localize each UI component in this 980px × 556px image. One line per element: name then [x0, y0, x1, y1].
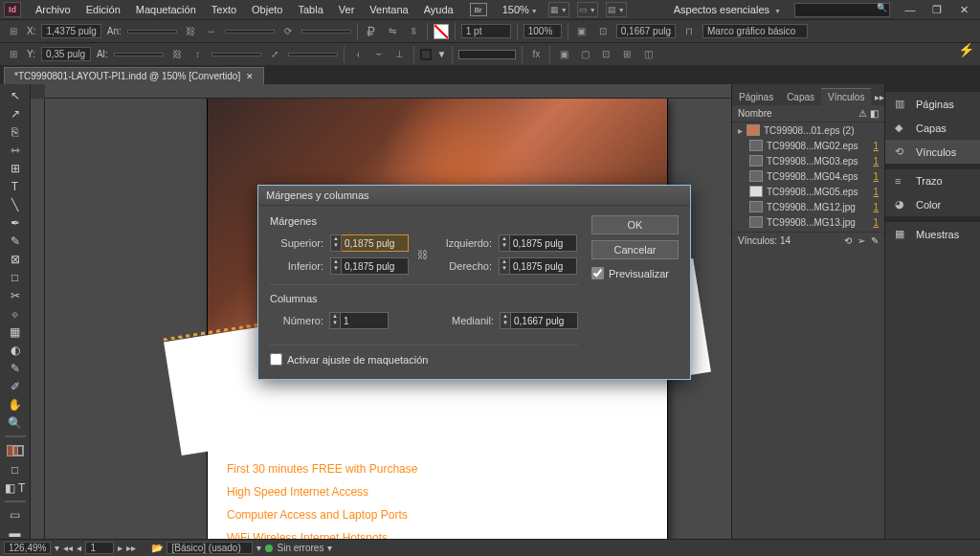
- relink-icon[interactable]: ⟲: [844, 235, 852, 246]
- restore-icon[interactable]: ❐: [924, 1, 949, 18]
- ruler-horizontal[interactable]: [45, 84, 731, 99]
- panel-tab-vinculos[interactable]: Vínculos: [821, 88, 871, 105]
- gap-tool[interactable]: ⇿: [4, 143, 27, 158]
- link-row[interactable]: ▸TC99908...01.eps (2): [732, 122, 884, 138]
- menu-ventana[interactable]: Ventana: [363, 2, 414, 17]
- link-row[interactable]: TC99908...MG04.eps1: [732, 168, 884, 184]
- status-page[interactable]: 1: [85, 542, 114, 554]
- stroke-swatch-icon[interactable]: [420, 49, 432, 60]
- status-zoom[interactable]: 126,49%: [4, 542, 51, 554]
- cancel-button[interactable]: Cancelar: [591, 240, 679, 259]
- update-link-icon[interactable]: ✎: [871, 235, 879, 246]
- tab-close-icon[interactable]: ✕: [246, 72, 254, 81]
- flip-v-icon[interactable]: ⥮: [406, 24, 421, 39]
- note-tool[interactable]: ✎: [4, 361, 27, 376]
- document-tab[interactable]: *TC9990801-LAYOUT-PI1.indd @ 150% [Conve…: [4, 67, 264, 84]
- menu-texto[interactable]: Texto: [205, 2, 243, 17]
- scissors-tool[interactable]: ✂: [4, 288, 27, 303]
- corner-radius-field[interactable]: 0,1667 pulg: [616, 24, 676, 38]
- gutter-field[interactable]: ▲▼: [500, 312, 578, 329]
- goto-link-icon[interactable]: ➢: [858, 235, 865, 246]
- dock-vinculos[interactable]: ⟲Vínculos: [885, 140, 980, 164]
- preview-checkbox[interactable]: Previsualizar: [591, 267, 679, 279]
- stroke-weight-field[interactable]: 1 pt: [461, 24, 511, 38]
- menu-objeto[interactable]: Objeto: [245, 2, 289, 17]
- corner-icon[interactable]: ⊡: [595, 24, 611, 39]
- page-tool[interactable]: ⎘: [4, 124, 27, 140]
- y-field[interactable]: 0,35 pulg: [41, 47, 91, 61]
- panel-tab-paginas[interactable]: Páginas: [732, 89, 780, 105]
- fill-swatch-icon[interactable]: [434, 24, 449, 39]
- menu-tabla[interactable]: Tabla: [291, 2, 329, 17]
- rotate-field[interactable]: [301, 30, 351, 33]
- screen-mode-icon[interactable]: ▭▼: [577, 2, 598, 17]
- flip-h-icon[interactable]: ⇋: [385, 24, 400, 39]
- link-row[interactable]: TC99908...MG02.eps1: [732, 138, 884, 153]
- align-icons[interactable]: ⫞: [350, 47, 366, 62]
- dock-color[interactable]: ◕Color: [885, 192, 980, 216]
- status-style[interactable]: [Básico] (usado): [167, 542, 253, 554]
- view-mode-normal[interactable]: ▭: [4, 507, 27, 523]
- menu-archivo[interactable]: Archivo: [29, 2, 78, 17]
- character-icon[interactable]: ₽: [364, 24, 379, 39]
- prev-page-icon[interactable]: ◂: [77, 543, 81, 553]
- stroke-style-field[interactable]: [458, 50, 516, 59]
- workspace-switcher[interactable]: Aspectos esenciales ▼: [668, 4, 787, 15]
- dock-capas[interactable]: ◆Capas: [885, 116, 980, 140]
- formatting-container-icon[interactable]: ◧ T: [4, 480, 27, 496]
- fit-content-icon[interactable]: ▣: [556, 47, 571, 62]
- next-page-icon[interactable]: ▸: [118, 543, 122, 553]
- link-row[interactable]: TC99908...MG05.eps1: [732, 184, 884, 199]
- preflight-status[interactable]: Sin errores: [277, 543, 323, 553]
- pencil-tool[interactable]: ✎: [4, 234, 27, 249]
- links-header-name[interactable]: Nombre: [738, 108, 858, 119]
- eyedropper-tool[interactable]: ✐: [4, 379, 27, 394]
- body-copy[interactable]: First 30 minutes FREE with Purchase High…: [227, 462, 417, 541]
- free-transform-tool[interactable]: ⟐: [4, 306, 27, 322]
- effects-icon[interactable]: fx: [528, 47, 544, 62]
- content-collector-tool[interactable]: ⊞: [4, 161, 27, 176]
- x-field[interactable]: 1,4375 pulg: [41, 24, 100, 38]
- minimize-icon[interactable]: —: [898, 1, 923, 18]
- next-spread-icon[interactable]: ▸▸: [126, 543, 136, 553]
- w-field[interactable]: [127, 30, 177, 33]
- selection-tool[interactable]: ↖: [4, 88, 27, 103]
- gradient-feather-tool[interactable]: ◐: [4, 343, 27, 358]
- enable-layout-adjustment-checkbox[interactable]: Activar ajuste de maquetación: [270, 353, 578, 366]
- link-margins-icon[interactable]: ⛓: [415, 236, 429, 273]
- apply-color-icon[interactable]: □: [4, 462, 27, 478]
- link-row[interactable]: TC99908...MG13.jpg1: [732, 214, 884, 230]
- line-tool[interactable]: ╲: [4, 197, 27, 212]
- opacity-field[interactable]: 100%: [523, 24, 562, 38]
- ok-button[interactable]: OK: [591, 215, 679, 234]
- type-tool[interactable]: T: [4, 179, 27, 194]
- margin-bottom-field[interactable]: ▲▼: [330, 257, 410, 275]
- links-header-page-icon[interactable]: ◧: [870, 108, 879, 119]
- help-search[interactable]: [794, 3, 890, 17]
- gradient-swatch-tool[interactable]: ▦: [4, 324, 27, 340]
- link-row[interactable]: TC99908...MG12.jpg1: [732, 199, 884, 214]
- close-icon[interactable]: ✕: [951, 1, 976, 18]
- text-wrap-icon[interactable]: ▣: [574, 24, 590, 39]
- dock-trazo[interactable]: ≡Trazo: [885, 169, 980, 192]
- margin-right-field[interactable]: ▲▼: [499, 257, 578, 275]
- rectangle-tool[interactable]: □: [4, 270, 27, 285]
- zoom-level[interactable]: 150%▼: [497, 4, 544, 15]
- menu-ayuda[interactable]: Ayuda: [417, 2, 460, 17]
- scale-x-field[interactable]: [225, 30, 275, 33]
- link-row[interactable]: TC99908...MG03.eps1: [732, 153, 884, 168]
- pen-tool[interactable]: ✒: [4, 215, 27, 231]
- rectangle-frame-tool[interactable]: ⊠: [4, 252, 27, 267]
- column-number-field[interactable]: ▲▼: [329, 312, 389, 329]
- link-wh-icon[interactable]: ⛓: [183, 24, 198, 39]
- reference-point-icon[interactable]: ⊞: [6, 24, 21, 39]
- hand-tool[interactable]: ✋: [4, 397, 27, 412]
- dock-muestras[interactable]: ▦Muestras: [885, 222, 980, 246]
- h-field[interactable]: [114, 53, 164, 56]
- menu-maquetacion[interactable]: Maquetación: [129, 2, 203, 17]
- zoom-tool[interactable]: 🔍: [4, 415, 27, 431]
- menu-edicion[interactable]: Edición: [79, 2, 127, 17]
- margin-top-field[interactable]: ▲▼: [330, 234, 410, 252]
- ruler-vertical[interactable]: [31, 99, 45, 541]
- fill-stroke-swatch[interactable]: [4, 442, 27, 459]
